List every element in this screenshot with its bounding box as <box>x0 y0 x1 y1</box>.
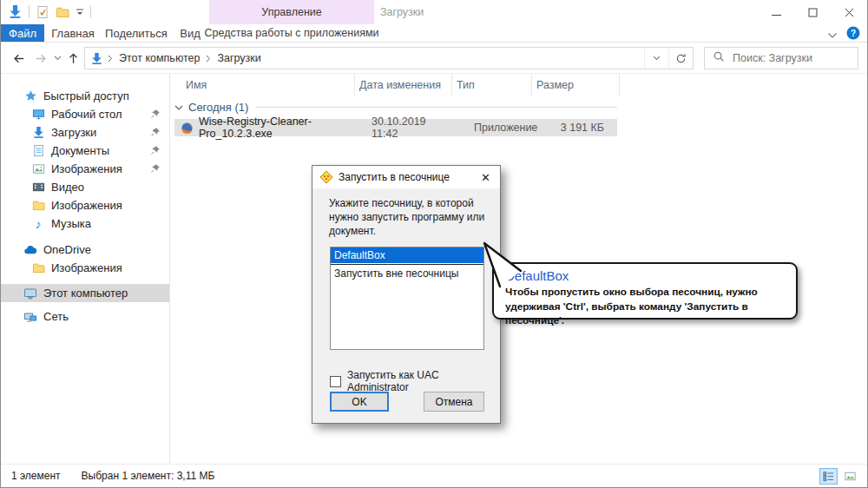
contextual-tab-group: Управление <box>209 0 374 24</box>
documents-icon <box>31 144 45 158</box>
customize-toolbar-button[interactable] <box>76 7 84 17</box>
thumbnails-view-button[interactable] <box>841 468 859 485</box>
help-button[interactable]: ? <box>846 26 860 43</box>
dialog-close-button[interactable]: ✕ <box>478 171 493 184</box>
minimize-button[interactable] <box>758 0 794 24</box>
search-icon <box>713 50 725 66</box>
file-row-selected[interactable]: Wise-Registry-Cleaner-Pro_10.2.3.exe 30.… <box>174 119 617 136</box>
tab-file[interactable]: Файл <box>1 24 44 42</box>
tooltip-text: Чтобы пропустить окно выбора песочниц, н… <box>505 285 786 328</box>
sidebar-item-onedrive-images[interactable]: Изображения <box>1 259 169 277</box>
sidebar-item-label: Видео <box>51 181 84 194</box>
sandbox-listbox[interactable]: DefaultBox Запустить вне песочницы <box>330 247 484 350</box>
group-header-today[interactable]: Сегодня (1) <box>174 101 617 114</box>
column-header-size[interactable]: Размер <box>532 74 620 96</box>
tab-share[interactable]: Поделиться <box>100 24 173 42</box>
refresh-button[interactable] <box>668 48 693 69</box>
quick-access-toolbar <box>8 4 91 19</box>
toolbar-divider <box>29 5 30 18</box>
desktop-icon <box>31 108 45 122</box>
forward-button[interactable] <box>30 48 51 69</box>
app-download-icon <box>8 4 23 19</box>
recent-locations-button[interactable] <box>51 48 63 69</box>
sidebar-item-images-folder[interactable]: Изображения <box>1 196 169 214</box>
search-input[interactable] <box>733 52 850 64</box>
tooltip-arrow <box>479 238 531 292</box>
caption-buttons <box>758 0 867 24</box>
sidebar-item-label: OneDrive <box>43 243 91 256</box>
title-bar: Управление Загрузки <box>1 0 867 24</box>
collapse-ribbon-button[interactable] <box>827 27 838 43</box>
sidebar-item-label: Быстрый доступ <box>43 89 129 102</box>
close-button[interactable] <box>831 0 867 24</box>
sidebar-item-label: Документы <box>51 144 109 157</box>
breadcrumb-chevron-icon <box>103 55 117 63</box>
breadcrumb-downloads[interactable]: Загрузки <box>215 52 262 64</box>
column-header-date[interactable]: Дата изменения <box>355 74 452 96</box>
sidebar-item-videos[interactable]: Видео <box>1 178 169 196</box>
tooltip-title: DefaultBox <box>505 268 786 283</box>
group-line <box>256 107 617 108</box>
pin-icon <box>150 127 161 137</box>
cancel-button[interactable]: Отмена <box>424 392 484 412</box>
selection-info: Выбран 1 элемент: 3,11 МБ <box>82 470 215 482</box>
sandboxie-icon <box>319 170 333 184</box>
sidebar-item-label: Изображения <box>51 199 122 212</box>
sidebar-item-music[interactable]: ♪ Музыка <box>1 214 169 233</box>
pictures-icon <box>31 162 45 176</box>
breadcrumb-chevron-icon <box>201 55 215 63</box>
tab-application-tools[interactable]: Средства работы с приложениями <box>209 24 374 42</box>
maximize-button[interactable] <box>794 0 831 24</box>
sidebar-item-this-pc[interactable]: Этот компьютер <box>1 284 169 302</box>
back-button[interactable] <box>8 48 29 69</box>
sidebar-item-label: Сеть <box>43 310 69 323</box>
exe-file-icon <box>181 122 194 135</box>
checkbox-unchecked[interactable] <box>330 376 341 387</box>
checkbox-label: Запустить как UAC Administrator <box>347 369 500 393</box>
sidebar-item-documents[interactable]: Документы <box>1 142 169 160</box>
sort-ascending-icon <box>390 76 398 91</box>
listbox-item-run-outside[interactable]: Запустить вне песочницы <box>331 265 483 282</box>
column-header-name[interactable]: Имя <box>177 74 355 96</box>
sidebar-item-downloads[interactable]: Загрузки <box>1 123 169 142</box>
tab-home[interactable]: Главная <box>46 24 100 42</box>
sidebar-item-label: Этот компьютер <box>43 287 128 300</box>
up-button[interactable] <box>63 48 82 69</box>
address-bar[interactable]: Этот компьютер Загрузки <box>84 47 694 69</box>
network-icon <box>23 310 37 324</box>
address-row: Этот компьютер Загрузки <box>1 43 867 74</box>
search-box[interactable] <box>704 47 858 69</box>
music-icon: ♪ <box>31 217 45 231</box>
folder-icon <box>31 261 45 275</box>
column-header-type[interactable]: Тип <box>452 74 532 96</box>
sidebar-item-label: Рабочий стол <box>51 108 122 121</box>
file-size: 3 191 КБ <box>529 122 617 134</box>
onedrive-cloud-icon <box>23 243 37 257</box>
uac-admin-checkbox-row[interactable]: Запустить как UAC Administrator <box>330 369 500 393</box>
sidebar-item-network[interactable]: Сеть <box>1 307 169 326</box>
new-folder-button[interactable] <box>56 5 69 19</box>
sidebar-item-label: Музыка <box>51 217 91 230</box>
sidebar-item-desktop[interactable]: Рабочий стол <box>1 105 169 123</box>
defaultbox-tooltip: DefaultBox Чтобы пропустить окно выбора … <box>492 262 798 320</box>
address-dropdown-button[interactable] <box>644 48 668 69</box>
downloads-icon <box>31 126 45 140</box>
sidebar-item-label: Загрузки <box>51 126 96 139</box>
breadcrumb-this-pc[interactable]: Этот компьютер <box>117 52 201 64</box>
video-icon <box>31 181 45 195</box>
ok-button[interactable]: OK <box>330 392 389 412</box>
sidebar-item-quick-access[interactable]: Быстрый доступ <box>1 87 169 105</box>
tab-view[interactable]: Вид <box>173 24 207 42</box>
file-type: Приложение <box>450 122 529 134</box>
svg-text:?: ? <box>851 29 856 38</box>
group-collapse-icon[interactable] <box>174 105 183 110</box>
properties-button[interactable] <box>36 5 49 19</box>
sidebar-item-label: Изображения <box>51 261 122 274</box>
sidebar-item-pictures[interactable]: Изображения <box>1 160 169 178</box>
dialog-title-bar[interactable]: Запустить в песочнице ✕ <box>312 166 500 188</box>
sidebar-item-label: Изображения <box>51 162 122 175</box>
sidebar-item-onedrive[interactable]: OneDrive <box>1 241 169 259</box>
location-download-icon <box>90 52 103 65</box>
details-view-button[interactable] <box>819 468 838 485</box>
listbox-item-defaultbox[interactable]: DefaultBox <box>331 247 483 263</box>
